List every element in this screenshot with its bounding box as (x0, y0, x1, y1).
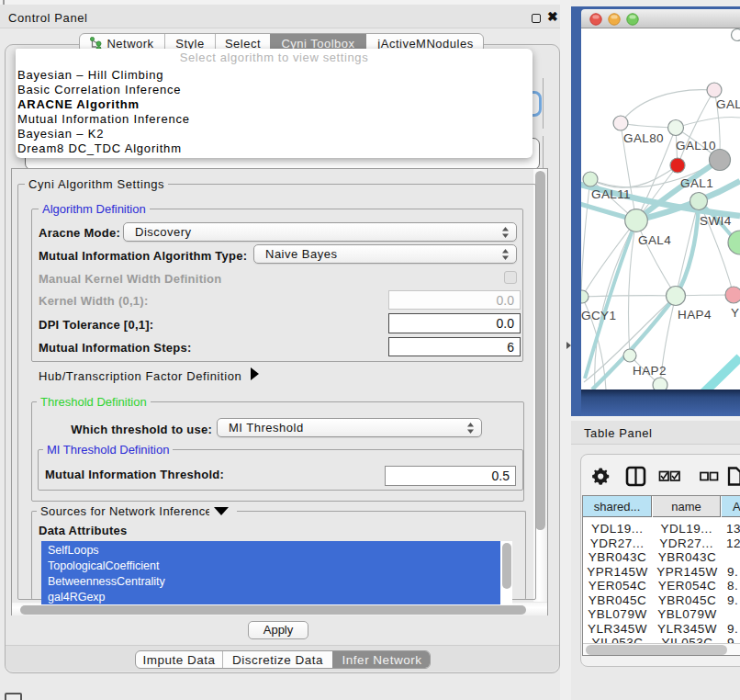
svg-text:GAL4: GAL4 (638, 233, 671, 247)
svg-text:HAP2: HAP2 (633, 364, 667, 378)
svg-text:GAL10: GAL10 (676, 139, 716, 152)
svg-text:GCY1: GCY1 (581, 309, 616, 322)
svg-text:GAL1: GAL1 (680, 176, 713, 190)
svg-text:GAL11: GAL11 (591, 187, 631, 201)
svg-text:SWI4: SWI4 (700, 214, 732, 228)
svg-text:GAL80: GAL80 (623, 131, 664, 145)
svg-text:HAP4: HAP4 (678, 308, 712, 322)
svg-text:GAL2: GAL2 (716, 97, 740, 111)
svg-text:Y: Y (731, 306, 739, 320)
